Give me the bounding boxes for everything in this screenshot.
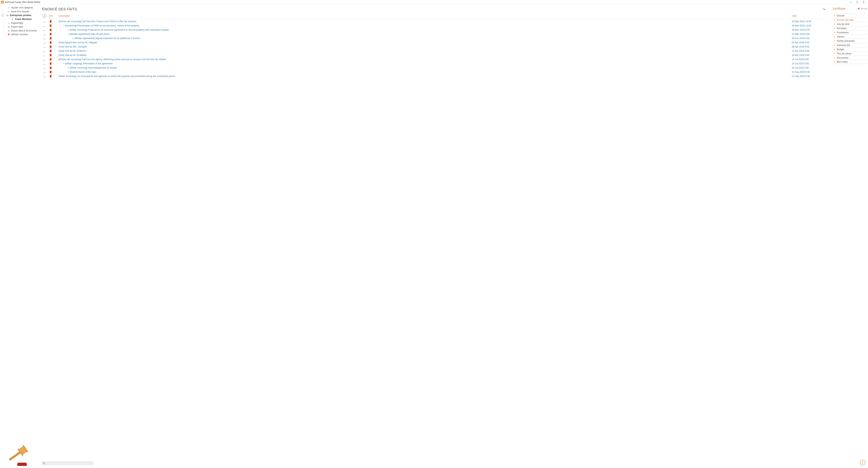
- sidebar-item-export-data-docs[interactable]: 🗎 Export data & documents: [2, 29, 40, 33]
- row-date[interactable]: 30 Jun 2019 0:00: [792, 37, 810, 40]
- row-actions-button[interactable]: …: [43, 20, 46, 23]
- category-item[interactable]: ■Adresses [G]: [832, 43, 867, 47]
- row-actions-button[interactable]: …: [43, 70, 46, 73]
- bullet-icon: ■: [834, 61, 835, 63]
- row-actions-button[interactable]: …: [43, 54, 46, 57]
- row-description[interactable]: [Visit] Visit by Mr. Di Battisti: [59, 54, 86, 57]
- menu-circle-button[interactable]: ☰: [42, 14, 46, 18]
- office-icon[interactable]: [49, 41, 52, 44]
- collapse-toggle-icon[interactable]: −: [1, 14, 4, 17]
- office-icon[interactable]: [49, 28, 52, 31]
- sidebar-item-label: Export data: [11, 26, 23, 28]
- row-actions-button[interactable]: …: [43, 50, 46, 53]
- row-date[interactable]: 31 Aug 2019 0:00: [792, 71, 810, 73]
- office-icon[interactable]: [49, 70, 52, 73]
- row-description[interactable]: [Event] Return of the keys: [70, 71, 96, 73]
- sidebar-item-add-dossier[interactable]: ▭ Ajout d'un dossier: [2, 9, 40, 13]
- search-input[interactable]: 🔍: [41, 461, 93, 465]
- category-label: Tâches: [837, 35, 844, 38]
- row-date[interactable]: 03 Apr 2019 0:00: [792, 41, 809, 44]
- category-item[interactable]: ■Budget: [832, 47, 867, 51]
- list-row: …>[Written agreement] Signed extension f…: [40, 36, 828, 40]
- category-label: Documents: [837, 57, 848, 59]
- relay-arrow-icon[interactable]: ↪: [823, 7, 826, 11]
- sidebar-item-entreprises[interactable]: − 🗀 Entreprises privées: [2, 13, 40, 17]
- header-doc: Doc: [49, 14, 59, 17]
- row-date[interactable]: 12 Apr 2019 0:00: [792, 50, 809, 52]
- sidebar-item-add-category[interactable]: ▭ Ajouter une catégorie: [2, 6, 40, 9]
- sidebar-item-export-data[interactable]: 🗎 Export data: [2, 25, 40, 29]
- category-item[interactable]: ■Parties prenantes: [832, 39, 867, 43]
- category-item[interactable]: ■Avis de droit: [832, 22, 867, 26]
- row-date[interactable]: 31 Mar 2019 0:00: [792, 33, 810, 35]
- category-item[interactable]: ■Documents: [832, 56, 867, 60]
- pin-icon[interactable]: 📌: [857, 7, 860, 10]
- report-icon: ▭: [7, 22, 10, 24]
- office-icon[interactable]: [49, 20, 52, 23]
- office-icon[interactable]: [49, 75, 52, 78]
- office-icon[interactable]: [49, 58, 52, 61]
- category-item[interactable]: ■Remèdes: [832, 26, 867, 30]
- office-icon[interactable]: [49, 62, 52, 65]
- row-date[interactable]: 14 Jul 2019 0:00: [792, 58, 809, 61]
- category-item[interactable]: ■Tâches: [832, 34, 867, 39]
- font-size-toggle[interactable]: Aa aA: [861, 7, 867, 10]
- row-description[interactable]: [eMail, incoming] List of prospects and …: [59, 75, 175, 77]
- row-description[interactable]: [eMail, outgoing] Termination of the agr…: [65, 62, 113, 65]
- row-description[interactable]: [Visit] Visit by Mrs. Schopfer: [59, 45, 87, 48]
- sidebar-item-label: Ajout d'un dossier: [11, 10, 29, 13]
- row-actions-button[interactable]: …: [43, 37, 46, 40]
- row-description[interactable]: [Phone call, incoming] Call from the age…: [59, 58, 166, 61]
- row-date[interactable]: 15 Jul 2019 0:00: [792, 62, 809, 65]
- plus-doc-icon: ▭: [7, 10, 10, 13]
- row-actions-button[interactable]: …: [43, 28, 46, 31]
- maximize-button[interactable]: ☐: [854, 0, 860, 4]
- office-icon[interactable]: [49, 66, 52, 69]
- sidebar-item-rapportage[interactable]: ▭ Rapportage: [2, 21, 40, 25]
- row-description[interactable]: [Phone call, incoming] Call from Mrs. Po…: [59, 20, 136, 23]
- sidebar-item-archive[interactable]: 📌 Afficher l'archive: [2, 33, 40, 36]
- row-actions-button[interactable]: …: [43, 58, 46, 61]
- row-description[interactable]: [Written agreement] Signed extension for…: [74, 37, 140, 40]
- row-date[interactable]: 16 Jul 2019 0:00: [792, 66, 809, 69]
- row-actions-button[interactable]: …: [43, 24, 46, 27]
- page-title: ÉNONCÉ DES FAITS: [42, 7, 77, 11]
- row-date[interactable]: 30 Mar 2019 0:00: [792, 29, 810, 31]
- row-actions-button[interactable]: …: [43, 62, 46, 65]
- row-actions-button[interactable]: …: [43, 75, 46, 78]
- sidebar-item-crans-montana[interactable]: ◇ Crans Montana: [2, 17, 40, 21]
- category-item[interactable]: ■Procédures: [832, 30, 867, 34]
- row-actions-button[interactable]: …: [43, 41, 46, 44]
- category-item[interactable]: ■Flux de caisse: [832, 51, 867, 56]
- row-actions-button[interactable]: …: [43, 45, 46, 48]
- row-date[interactable]: 08 Apr 2019 0:00: [792, 45, 809, 48]
- row-description[interactable]: [Visit] Visit by Mr. Anderson: [59, 50, 86, 52]
- row-actions-button[interactable]: …: [43, 33, 46, 36]
- office-icon[interactable]: [49, 24, 52, 27]
- row-date[interactable]: 19 Apr 2019 0:00: [792, 54, 809, 57]
- row-description[interactable]: [eMail, incoming] Acknowledgement of rec…: [70, 66, 117, 69]
- row-date[interactable]: 01 Sep 2019 0:00: [792, 75, 810, 77]
- category-label: Avis de droit: [837, 23, 849, 26]
- category-item[interactable]: ■Dossier: [832, 13, 867, 18]
- office-icon[interactable]: [49, 45, 52, 48]
- category-item[interactable]: ■Énoncé des faits: [832, 18, 867, 22]
- minimize-button[interactable]: —: [847, 0, 854, 4]
- back-button[interactable]: [860, 460, 865, 465]
- bullet-icon: ■: [834, 53, 835, 54]
- row-date[interactable]: 29 Mar 2019 13:00: [792, 24, 811, 27]
- row-description[interactable]: [Written agreement] Sign-off and return: [70, 33, 110, 35]
- row-actions-button[interactable]: …: [43, 66, 46, 69]
- row-description[interactable]: [eMail, incoming] Proposal for an exclus…: [70, 29, 169, 31]
- office-icon[interactable]: [49, 50, 52, 53]
- office-icon[interactable]: [49, 54, 52, 57]
- export-docs-icon: 🗎: [7, 29, 10, 32]
- office-icon[interactable]: [49, 33, 52, 36]
- row-description[interactable]: [Visit] Appartment visit by Mr. Delgado: [59, 41, 97, 44]
- row-date[interactable]: 20 Mar 2019 18:00: [792, 20, 811, 23]
- app-icon: ◧: [1, 1, 4, 3]
- office-icon[interactable]: [49, 37, 52, 40]
- close-button[interactable]: ✕: [860, 0, 867, 4]
- row-description[interactable]: [Gathering] Presentation of FASH at our …: [65, 24, 139, 27]
- category-item[interactable]: ■Bloc-notes: [832, 60, 867, 64]
